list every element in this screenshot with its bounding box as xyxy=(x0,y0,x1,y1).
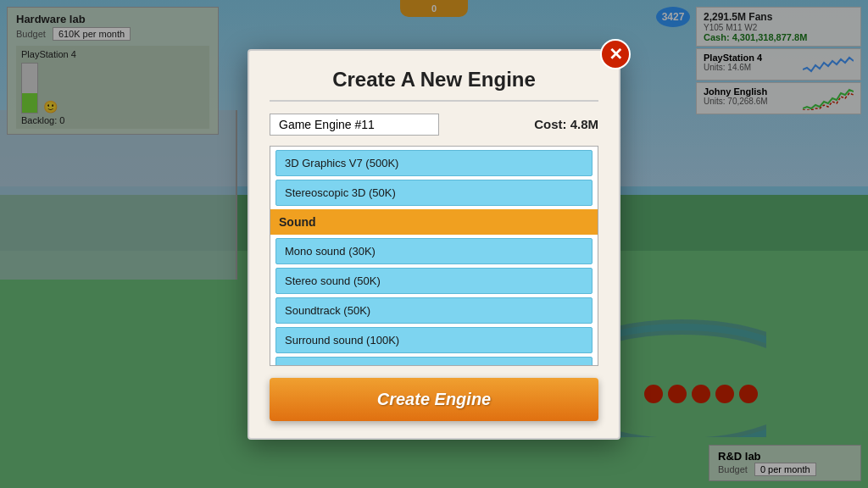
feature-item[interactable]: 3D Graphics V7 (500K) xyxy=(275,150,593,176)
modal-title: Create A New Engine xyxy=(270,68,598,102)
feature-item[interactable]: Stereoscopic 3D (50K) xyxy=(275,180,593,206)
modal-name-row: Cost: 4.8M xyxy=(270,114,598,136)
modal-overlay: ✕ Create A New Engine Cost: 4.8M 3D Grap… xyxy=(0,0,868,488)
features-list[interactable]: 3D Graphics V7 (500K)Stereoscopic 3D (50… xyxy=(270,146,598,366)
create-engine-modal: ✕ Create A New Engine Cost: 4.8M 3D Grap… xyxy=(248,49,620,440)
create-engine-button[interactable]: Create Engine xyxy=(270,378,598,421)
engine-name-input[interactable] xyxy=(270,114,439,136)
feature-item[interactable]: Surround sound (100K) xyxy=(275,327,593,353)
feature-item[interactable]: Soundtrack (50K) xyxy=(275,297,593,324)
feature-item[interactable]: 3D Audio (150K) xyxy=(275,357,593,366)
category-header: Sound xyxy=(270,209,598,235)
cost-label: Cost: 4.8M xyxy=(534,117,598,131)
modal-close-button[interactable]: ✕ xyxy=(600,39,631,69)
feature-item[interactable]: Stereo sound (50K) xyxy=(275,268,593,294)
feature-item[interactable]: Mono sound (30K) xyxy=(275,238,593,264)
